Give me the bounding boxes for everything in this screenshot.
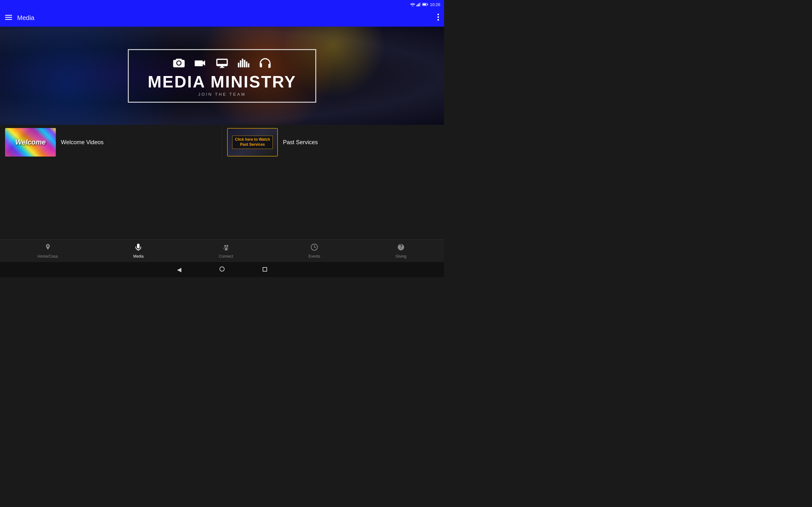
recents-button[interactable] (263, 267, 267, 273)
home-button[interactable] (219, 267, 224, 273)
svg-rect-15 (242, 59, 244, 67)
connect-nav-icon (222, 243, 230, 253)
menu-icon[interactable] (5, 14, 12, 21)
hero-title: MEDIA MINISTRY (148, 73, 297, 90)
welcome-videos-item[interactable]: Welcome Welcome Videos (0, 125, 222, 160)
home-nav-label: Home/Casa (38, 254, 58, 259)
svg-rect-18 (248, 63, 250, 67)
nav-item-connect[interactable]: Connect (212, 241, 240, 261)
svg-rect-8 (5, 17, 12, 18)
back-button[interactable]: ◀ (177, 266, 182, 273)
giving-nav-label: Giving (396, 254, 406, 259)
more-options-icon[interactable] (438, 14, 439, 22)
svg-point-20 (226, 245, 229, 247)
svg-rect-2 (419, 3, 420, 6)
battery-icon (422, 3, 428, 6)
nav-item-events[interactable]: Events (302, 241, 327, 261)
svg-point-11 (438, 16, 439, 18)
bottom-nav: Home/Casa Media (0, 239, 444, 262)
media-nav-icon (135, 243, 142, 253)
app-bar: Media (0, 9, 444, 26)
giving-nav-icon (397, 243, 405, 253)
scrollable-content: MEDIA MINISTRY JOIN THE TEAM Welcome Wel… (0, 26, 444, 277)
svg-point-12 (438, 19, 439, 20)
content-area: Welcome Welcome Videos Click here to Wat… (0, 125, 444, 160)
media-nav-label: Media (133, 254, 144, 259)
past-services-item[interactable]: Click here to WatchPast Services Past Se… (222, 125, 444, 160)
svg-point-19 (224, 245, 226, 247)
svg-rect-3 (420, 3, 421, 6)
chart-icon (237, 56, 250, 69)
signal-icon (416, 3, 421, 6)
past-services-button-text: Click here to WatchPast Services (232, 135, 273, 149)
past-services-label: Past Services (283, 139, 318, 146)
svg-rect-6 (427, 4, 428, 5)
svg-rect-0 (416, 5, 417, 6)
recents-button-icon (263, 267, 267, 272)
svg-rect-13 (238, 63, 240, 67)
events-nav-label: Events (309, 254, 320, 259)
app-bar-left: Media (5, 14, 34, 21)
status-time: 10:26 (430, 2, 440, 7)
past-services-thumbnail: Click here to WatchPast Services (227, 128, 278, 157)
welcome-videos-label: Welcome Videos (61, 139, 103, 146)
nav-item-giving[interactable]: Giving (389, 241, 413, 261)
status-icons: 10:26 (410, 2, 440, 7)
svg-rect-17 (246, 61, 247, 67)
svg-rect-7 (5, 15, 12, 16)
nav-item-home[interactable]: Home/Casa (32, 241, 64, 261)
svg-rect-14 (240, 60, 241, 67)
headphones-icon (259, 56, 271, 69)
nav-item-media[interactable]: Media (127, 241, 150, 261)
hero-banner: MEDIA MINISTRY JOIN THE TEAM (0, 26, 444, 125)
monitor-icon (216, 56, 229, 69)
hero-content-box: MEDIA MINISTRY JOIN THE TEAM (128, 49, 316, 103)
camera-icon (172, 56, 185, 69)
svg-rect-9 (5, 19, 12, 20)
svg-rect-16 (244, 60, 246, 67)
welcome-thumbnail: Welcome (5, 128, 56, 157)
status-bar: 10:26 (0, 0, 444, 9)
hero-subtitle: JOIN THE TEAM (198, 92, 246, 97)
home-button-icon (219, 267, 224, 272)
video-camera-icon (194, 56, 207, 69)
connect-nav-label: Connect (219, 254, 233, 259)
main-wrapper: Media (0, 9, 444, 277)
welcome-thumbnail-text: Welcome (15, 138, 46, 147)
home-nav-icon (44, 243, 52, 253)
system-nav: ◀ (0, 262, 444, 277)
empty-content-area (0, 160, 444, 239)
app-bar-title: Media (17, 14, 34, 21)
svg-rect-1 (418, 4, 419, 6)
svg-rect-5 (423, 4, 426, 5)
wifi-icon (410, 3, 415, 6)
events-nav-icon (310, 243, 318, 253)
hero-icons-row (172, 56, 271, 69)
svg-point-10 (438, 14, 439, 15)
